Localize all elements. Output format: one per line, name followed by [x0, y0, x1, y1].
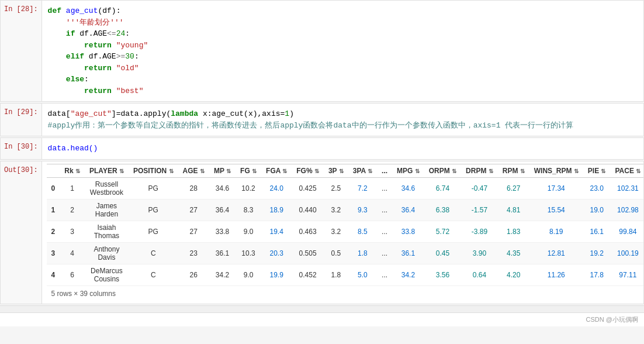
table-cell: 12.81	[529, 242, 583, 264]
table-cell: 0.463	[292, 221, 324, 242]
table-cell: 0.64	[461, 264, 498, 285]
code-line: data["age_cut"]=data.apply(lambda x:age_…	[48, 108, 638, 120]
table-row: 01RussellWestbrookPG2834.610.224.00.4252…	[47, 177, 643, 199]
table-cell: 3	[47, 242, 60, 264]
table-cell: 19.4	[261, 221, 292, 242]
table-cell: PG	[129, 199, 178, 221]
col-header-3pa: 3PA ⇅	[348, 164, 377, 177]
table-cell: 36.1	[209, 242, 236, 264]
dataframe-table: Rk ⇅ PLAYER ⇅ POSITION ⇅ AGE ⇅ MP ⇅ FG ⇅…	[47, 164, 643, 286]
table-cell: 28	[178, 177, 209, 199]
table-cell: 2	[47, 221, 60, 242]
col-header-rk: Rk ⇅	[60, 164, 85, 177]
table-cell: 9.0	[236, 264, 261, 285]
table-cell: C	[129, 264, 178, 285]
code-line: '''年龄划分'''	[48, 17, 638, 29]
col-header-3p: 3P ⇅	[324, 164, 348, 177]
table-cell: 23	[178, 242, 209, 264]
table-cell: ...	[377, 177, 392, 199]
table-cell: 6.74	[424, 177, 461, 199]
table-cell: 34.6	[209, 177, 236, 199]
cell-29-content[interactable]: data["age_cut"]=data.apply(lambda x:age_…	[42, 104, 643, 136]
table-cell: 33.8	[392, 221, 424, 242]
horizontal-scrollbar[interactable]	[0, 305, 644, 312]
table-cell: 11.26	[529, 264, 583, 285]
table-cell: 33.8	[209, 221, 236, 242]
cell-30-label: In [30]:	[1, 138, 42, 159]
output-30-content[interactable]: Rk ⇅ PLAYER ⇅ POSITION ⇅ AGE ⇅ MP ⇅ FG ⇅…	[42, 161, 643, 304]
table-cell: 3	[60, 221, 85, 242]
table-cell: 3.2	[324, 199, 348, 221]
table-cell: 0.505	[292, 242, 324, 264]
table-cell: ...	[377, 221, 392, 242]
table-cell: 1	[60, 177, 85, 199]
code-line: #apply作用：第一个参数等自定义函数的指针，将函数传进去，然后apply函数…	[48, 120, 638, 132]
table-cell: 27	[178, 199, 209, 221]
table-cell: 0.452	[292, 264, 324, 285]
table-cell: 100.19	[610, 242, 643, 264]
cell-28: In [28]: def age_cut(df): '''年龄划分''' if …	[0, 0, 644, 102]
table-cell: -3.89	[461, 221, 498, 242]
table-cell: 4.20	[498, 264, 529, 285]
table-cell: 6.27	[498, 177, 529, 199]
col-header-age: AGE ⇅	[178, 164, 209, 177]
table-cell: 7.2	[348, 177, 377, 199]
table-cell: 19.0	[583, 199, 611, 221]
table-cell: 9.0	[236, 221, 261, 242]
table-cell: 0.425	[292, 177, 324, 199]
table-cell: 4.81	[498, 199, 529, 221]
code-line: return "best"	[48, 85, 638, 97]
output-row: Out[30]: Rk ⇅ PLAYER ⇅ POSITION ⇅ AGE ⇅ …	[1, 161, 643, 304]
table-cell: 5.72	[424, 221, 461, 242]
table-cell: IsaiahThomas	[85, 221, 129, 242]
table-cell: 3.90	[461, 242, 498, 264]
col-header-ellipsis: ...	[377, 164, 392, 177]
table-cell: 17.8	[583, 264, 611, 285]
table-cell: 9.3	[348, 199, 377, 221]
output-30-label: Out[30]:	[1, 161, 42, 304]
table-cell: DeMarcusCousins	[85, 264, 129, 285]
code-line: elif df.AGE>=30:	[48, 51, 638, 63]
table-cell: 99.84	[610, 221, 643, 242]
code-line: else:	[48, 74, 638, 85]
table-cell: 0.45	[424, 242, 461, 264]
table-cell: 0.440	[292, 199, 324, 221]
cell-28-content[interactable]: def age_cut(df): '''年龄划分''' if df.AGE<=2…	[42, 1, 643, 101]
code-line: return "young"	[48, 40, 638, 51]
bottom-bar: CSDN @小玩偶啊	[0, 312, 644, 326]
table-cell: 26	[178, 264, 209, 285]
table-cell: 4	[60, 242, 85, 264]
table-cell: 10.3	[236, 242, 261, 264]
table-cell: 10.2	[236, 177, 261, 199]
table-cell: 18.9	[261, 199, 292, 221]
cell-30-content[interactable]: data.head()	[42, 138, 643, 159]
col-header-player: PLAYER ⇅	[85, 164, 129, 177]
table-cell: 4	[47, 264, 60, 285]
table-cell: 23.0	[583, 177, 611, 199]
notebook: In [28]: def age_cut(df): '''年龄划分''' if …	[0, 0, 644, 326]
table-cell: ...	[377, 199, 392, 221]
table-cell: 2.5	[324, 177, 348, 199]
table-cell: 27	[178, 221, 209, 242]
table-cell: 4.35	[498, 242, 529, 264]
table-cell: 102.31	[610, 177, 643, 199]
code-line: return "old"	[48, 63, 638, 74]
table-cell: 97.11	[610, 264, 643, 285]
col-header-empty	[47, 164, 60, 177]
table-cell: 8.3	[236, 199, 261, 221]
table-cell: 34.2	[209, 264, 236, 285]
table-cell: -0.47	[461, 177, 498, 199]
cell-29: In [29]: data["age_cut"]=data.apply(lamb…	[0, 103, 644, 136]
col-header-fg: FG ⇅	[236, 164, 261, 177]
table-cell: 1.8	[348, 242, 377, 264]
table-cell: 1	[47, 199, 60, 221]
table-footer: 5 rows × 39 columns	[47, 286, 639, 301]
table-cell: 24.0	[261, 177, 292, 199]
table-cell: 17.34	[529, 177, 583, 199]
table-cell: 20.3	[261, 242, 292, 264]
table-cell: PG	[129, 177, 178, 199]
table-cell: 102.98	[610, 199, 643, 221]
col-header-rpm: RPM ⇅	[498, 164, 529, 177]
col-header-wins-rpm: WINS_RPM ⇅	[529, 164, 583, 177]
table-cell: 36.4	[392, 199, 424, 221]
